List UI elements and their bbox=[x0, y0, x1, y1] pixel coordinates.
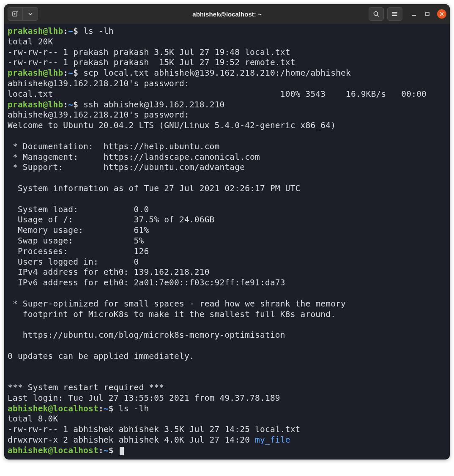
prompt-colon: : bbox=[63, 100, 68, 109]
output-line: -rw-rw-r-- 1 prakash prakash 15K Jul 27 … bbox=[8, 57, 295, 67]
svg-rect-9 bbox=[426, 12, 429, 16]
new-tab-button[interactable] bbox=[8, 7, 23, 21]
output-line: abhishek@139.162.218.210's password: bbox=[8, 110, 194, 120]
output-line: * Management: https://landscape.canonica… bbox=[8, 152, 260, 162]
prompt-dollar: $ bbox=[73, 26, 83, 36]
prompt-path: ~ bbox=[68, 26, 73, 36]
prompt-dollar: $ bbox=[109, 446, 119, 455]
maximize-icon bbox=[425, 11, 430, 16]
output-line: local.txt 100% 3543 16.9KB/s 00:00 bbox=[8, 89, 447, 99]
prompt-user: prakash@lhb bbox=[8, 68, 63, 78]
window-controls bbox=[410, 9, 446, 19]
menu-button[interactable] bbox=[387, 7, 402, 21]
output-line: footprint of MicroK8s to make it the sma… bbox=[8, 309, 336, 319]
chevron-down-icon bbox=[28, 12, 33, 16]
output-line: * Support: https://ubuntu.com/advantage bbox=[8, 162, 245, 172]
prompt-dollar: $ bbox=[109, 404, 119, 413]
minimize-icon bbox=[411, 11, 416, 16]
output-line: drwxrwxr-x 2 abhishek abhishek 4.0K Jul … bbox=[8, 435, 255, 445]
output-line: IPv4 address for eth0: 139.162.218.210 bbox=[8, 267, 210, 277]
prompt-user: prakash@lhb bbox=[8, 100, 63, 109]
cursor bbox=[120, 447, 124, 455]
output-line: Swap usage: 5% bbox=[8, 236, 144, 246]
output-line: Memory usage: 61% bbox=[8, 225, 149, 235]
output-line: Welcome to Ubuntu 20.04.2 LTS (GNU/Linux… bbox=[8, 120, 336, 130]
output-line: https://ubuntu.com/blog/microk8s-memory-… bbox=[8, 330, 285, 340]
directory-name: my_file bbox=[255, 435, 290, 445]
tab-dropdown-button[interactable] bbox=[23, 7, 38, 21]
prompt-dollar: $ bbox=[73, 100, 83, 109]
output-line: System information as of Tue 27 Jul 2021… bbox=[8, 183, 301, 193]
output-line: *** System restart required *** bbox=[8, 383, 164, 392]
titlebar-right-controls bbox=[369, 7, 446, 21]
search-button[interactable] bbox=[369, 7, 384, 21]
close-button[interactable] bbox=[437, 9, 446, 19]
prompt-colon: : bbox=[63, 26, 68, 36]
new-tab-icon bbox=[12, 11, 19, 17]
prompt-path: ~ bbox=[68, 100, 73, 109]
output-line: total 8.0K bbox=[8, 414, 58, 424]
terminal-body[interactable]: prakash@lhb:~$ ls -lh total 20K -rw-rw-r… bbox=[4, 24, 450, 460]
titlebar-left-controls bbox=[8, 7, 38, 21]
command-text: ls -lh bbox=[83, 26, 114, 36]
output-line: System load: 0.0 bbox=[8, 205, 149, 214]
prompt-path: ~ bbox=[104, 404, 109, 413]
prompt-path: ~ bbox=[104, 446, 109, 455]
hamburger-icon bbox=[391, 11, 398, 17]
output-line: Last login: Tue Jul 27 13:55:05 2021 fro… bbox=[8, 393, 280, 403]
prompt-path: ~ bbox=[68, 68, 73, 78]
terminal-window: abhishek@localhost: ~ bbox=[4, 4, 450, 460]
output-line: Users logged in: 0 bbox=[8, 257, 139, 267]
prompt-colon: : bbox=[98, 446, 104, 455]
output-line: IPv6 address for eth0: 2a01:7e00::f03c:9… bbox=[8, 278, 285, 287]
output-line: total 20K bbox=[8, 37, 53, 47]
svg-line-4 bbox=[377, 15, 379, 17]
window-title: abhishek@localhost: ~ bbox=[192, 11, 261, 18]
output-line: 0 updates can be applied immediately. bbox=[8, 351, 194, 361]
command-text: ls -lh bbox=[119, 404, 149, 413]
prompt-colon: : bbox=[98, 404, 104, 413]
output-line: * Super-optimized for small spaces - rea… bbox=[8, 299, 346, 309]
output-line: -rw-rw-r-- 1 abhishek abhishek 3.5K Jul … bbox=[8, 424, 301, 434]
prompt-user: abhishek@localhost bbox=[8, 446, 98, 455]
search-icon bbox=[373, 11, 380, 17]
output-line: abhishek@139.162.218.210's password: bbox=[8, 79, 194, 88]
minimize-button[interactable] bbox=[410, 10, 418, 18]
output-line: * Documentation: https://help.ubuntu.com bbox=[8, 142, 219, 151]
output-line: -rw-rw-r-- 1 prakash prakash 3.5K Jul 27… bbox=[8, 47, 290, 57]
svg-point-3 bbox=[374, 12, 378, 16]
output-line: Usage of /: 37.5% of 24.06GB bbox=[8, 215, 215, 224]
prompt-user: prakash@lhb bbox=[8, 26, 63, 36]
close-icon bbox=[440, 12, 444, 16]
titlebar: abhishek@localhost: ~ bbox=[4, 4, 450, 24]
maximize-button[interactable] bbox=[424, 10, 431, 18]
prompt-user: abhishek@localhost bbox=[8, 404, 98, 413]
command-text: ssh abhishek@139.162.218.210 bbox=[83, 100, 224, 109]
prompt-colon: : bbox=[63, 68, 68, 78]
prompt-dollar: $ bbox=[73, 68, 83, 78]
output-line: Processes: 126 bbox=[8, 246, 149, 256]
command-text: scp local.txt abhishek@139.162.218.210:/… bbox=[83, 68, 351, 78]
